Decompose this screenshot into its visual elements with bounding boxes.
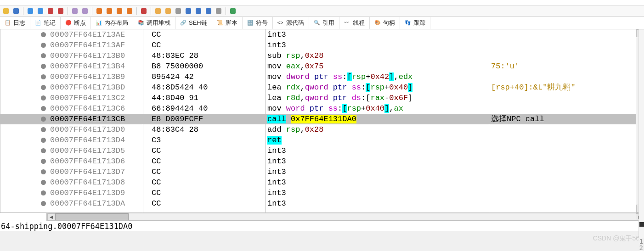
instruction-cell[interactable]: lea rdx,qword ptr ss:[rsp+0x40] [266, 82, 489, 93]
instruction-column[interactable]: int3int3sub rsp,0x28mov eax,0x75mov dwor… [266, 29, 489, 212]
address-cell[interactable]: 00007FF64E1713D0 [48, 124, 143, 135]
comment-cell[interactable] [489, 72, 636, 82]
address-cell[interactable]: 00007FF64E1713B9 [48, 72, 143, 82]
breakpoint-dot-icon[interactable] [41, 148, 46, 153]
instruction-cell[interactable]: int3 [266, 40, 489, 50]
globe-icon[interactable] [229, 7, 237, 15]
bytes-cell[interactable]: CC [143, 177, 265, 188]
pencil-icon[interactable] [164, 7, 172, 15]
instruction-cell[interactable]: lea r8d,qword ptr ds:[rax-0x6F] [266, 93, 489, 103]
breakpoint-dot-icon[interactable] [41, 138, 46, 143]
instruction-cell[interactable]: mov word ptr ss:[rsp+0x40],ax [266, 103, 489, 114]
gutter-row[interactable] [0, 198, 48, 209]
bytes-cell[interactable]: 48:83C4 28 [143, 124, 265, 135]
address-cell[interactable]: 00007FF64E1713B0 [48, 50, 143, 61]
bytes-cell[interactable]: CC [143, 40, 265, 50]
gear-icon[interactable] [215, 7, 223, 15]
comment-cell[interactable] [489, 198, 636, 209]
tab-6[interactable]: 📜脚本 [212, 17, 243, 29]
refresh-icon[interactable] [12, 7, 20, 15]
breakpoint-dot-icon[interactable] [41, 201, 46, 206]
instruction-cell[interactable]: int3 [266, 177, 489, 188]
comment-column[interactable]: 75:'u'[rsp+40]:&L"耕九翱"选择NPC call [489, 29, 636, 212]
bytes-cell[interactable]: 48:83EC 28 [143, 50, 265, 61]
bytes-cell[interactable]: CC [143, 167, 265, 177]
scroll-left-button[interactable]: ◀ [47, 213, 55, 220]
tab-1[interactable]: 📄笔记 [30, 17, 61, 29]
breakpoint-dot-icon[interactable] [41, 95, 46, 100]
breakpoint-dot-icon[interactable] [41, 74, 46, 79]
address-cell[interactable]: 00007FF64E1713C2 [48, 93, 143, 103]
breakpoint-dot-icon[interactable] [41, 190, 46, 195]
play-icon[interactable] [26, 7, 34, 15]
breakpoint-dot-icon[interactable] [41, 64, 46, 69]
comment-cell[interactable] [489, 103, 636, 114]
breakpoint-dot-icon[interactable] [41, 32, 46, 37]
bytes-cell[interactable]: B8 75000000 [143, 61, 265, 72]
address-cell[interactable]: 00007FF64E1713AE [48, 29, 143, 40]
bytes-cell[interactable]: C3 [143, 135, 265, 145]
bytes-cell[interactable]: CC [143, 156, 265, 167]
address-cell[interactable]: 00007FF64E1713B4 [48, 61, 143, 72]
instruction-cell[interactable]: ret [266, 135, 489, 145]
gutter-row[interactable] [0, 188, 48, 198]
bytes-cell[interactable]: 66:894424 40 [143, 103, 265, 114]
breakpoint-dot-icon[interactable] [41, 159, 46, 164]
instruction-cell[interactable]: int3 [266, 29, 489, 40]
address-cell[interactable]: 00007FF64E1713BD [48, 82, 143, 93]
address-cell[interactable]: 00007FF64E1713C6 [48, 103, 143, 114]
breakpoint-dot-icon[interactable] [41, 169, 46, 174]
instruction-cell[interactable]: call 0x7FF64E131DA0 [266, 114, 489, 124]
tag-icon[interactable] [154, 7, 162, 15]
instruction-cell[interactable]: int3 [266, 156, 489, 167]
comment-cell[interactable] [489, 167, 636, 177]
comment-cell[interactable]: [rsp+40]:&L"耕九翱" [489, 82, 636, 93]
bytes-cell[interactable]: CC [143, 188, 265, 198]
address-cell[interactable]: 00007FF64E1713DA [48, 198, 143, 209]
gutter-row[interactable] [0, 50, 48, 61]
comment-cell[interactable] [489, 29, 636, 40]
tab-0[interactable]: 📋日志 [0, 17, 30, 29]
gutter-row[interactable] [0, 145, 48, 156]
tab-2[interactable]: 🔴断点 [61, 17, 91, 29]
bytes-cell[interactable]: E8 D009FCFF [143, 114, 265, 124]
step-over-icon[interactable] [105, 7, 113, 15]
gutter-row[interactable] [0, 124, 48, 135]
close-icon[interactable] [56, 7, 65, 15]
folder-icon[interactable] [2, 7, 10, 15]
step-out-icon[interactable] [115, 7, 124, 15]
tab-3[interactable]: 📊内存布局 [91, 17, 133, 29]
comment-cell[interactable]: 75:'u' [489, 61, 636, 72]
bytes-cell[interactable]: 44:8D40 91 [143, 93, 265, 103]
gutter-row[interactable] [0, 156, 48, 167]
pause-icon[interactable] [36, 7, 45, 15]
gutter-row[interactable] [0, 40, 48, 50]
address-cell[interactable]: 00007FF64E1713D6 [48, 156, 143, 167]
instruction-cell[interactable]: int3 [266, 145, 489, 156]
breakpoint-dot-icon[interactable] [41, 180, 46, 185]
breakpoint-dot-icon[interactable] [41, 85, 46, 90]
gutter-row[interactable] [0, 61, 48, 72]
gutter-row[interactable] [0, 114, 48, 124]
tab-4[interactable]: 📚调用堆栈 [133, 17, 175, 29]
bytes-cell[interactable]: CC [143, 198, 265, 209]
comment-cell[interactable]: 选择NPC call [489, 114, 636, 124]
scroll-thumb[interactable] [55, 213, 129, 220]
address-cell[interactable]: 00007FF64E1713D8 [48, 177, 143, 188]
gutter-row[interactable] [0, 135, 48, 145]
address-cell[interactable]: 00007FF64E1713AF [48, 40, 143, 50]
comment-cell[interactable] [489, 145, 636, 156]
tab-9[interactable]: 🔍引用 [309, 17, 339, 29]
instruction-cell[interactable]: sub rsp,0x28 [266, 50, 489, 61]
comment-cell[interactable] [489, 177, 636, 188]
address-cell[interactable]: 00007FF64E1713CB [48, 114, 143, 124]
address-column[interactable]: 00007FF64E1713AE00007FF64E1713AF00007FF6… [48, 29, 143, 212]
comment-cell[interactable] [489, 156, 636, 167]
instruction-cell[interactable]: int3 [266, 167, 489, 177]
breakpoint-dot-icon[interactable] [41, 43, 46, 48]
gutter-row[interactable] [0, 29, 48, 40]
gutter-row[interactable] [0, 103, 48, 114]
instruction-cell[interactable]: add rsp,0x28 [266, 124, 489, 135]
instruction-cell[interactable]: mov dword ptr ss:[rsp+0x42],edx [266, 72, 489, 82]
bytes-column[interactable]: CCCC48:83EC 28B8 75000000895424 4248:8D5… [143, 29, 266, 212]
